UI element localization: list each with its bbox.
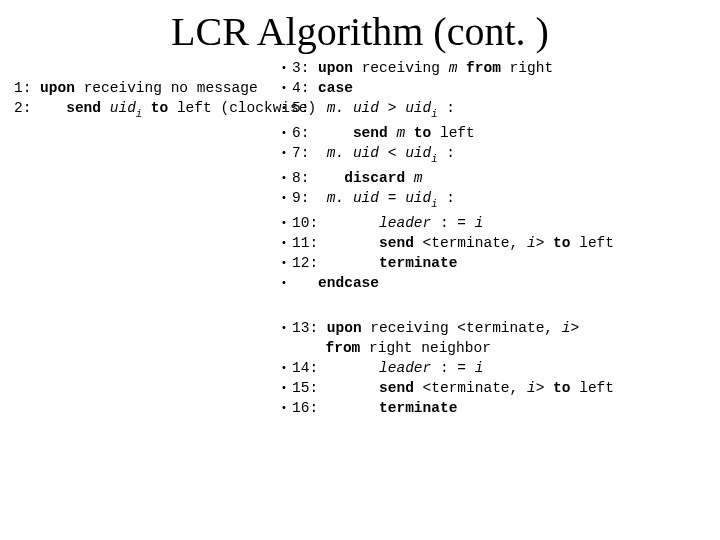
assign: : = (440, 215, 466, 231)
code-line-2: 2: send uidi to left (clockwise) (14, 98, 316, 123)
slide: LCR Algorithm (cont. ) 1: upon receiving… (0, 0, 720, 540)
kw-upon: upon (318, 60, 353, 76)
var-m: m (449, 60, 458, 76)
var-uid: uid (405, 145, 431, 161)
kw-send: send (379, 235, 414, 251)
var-i: i (475, 215, 484, 231)
kw-upon: upon (327, 320, 362, 336)
var-m: m (414, 170, 423, 186)
bullet-icon (282, 273, 292, 293)
kw-to: to (553, 380, 570, 396)
code-line-10: 10: leader : = i (282, 213, 614, 233)
left-code-block: 1: upon receiving no message 2: send uid… (14, 78, 316, 123)
bottom-code-block: 13: upon receiving <terminate, i> from r… (282, 318, 614, 418)
bullet-icon (282, 213, 292, 233)
assign: : = (440, 360, 466, 376)
var-muid: m. uid (327, 100, 379, 116)
kw-case: case (318, 80, 353, 96)
kw-send: send (353, 125, 388, 141)
line-num: 3: (292, 60, 309, 76)
code-line-3: 3: upon receiving m from right (282, 58, 614, 78)
var-leader: leader (379, 360, 431, 376)
var-m: m (396, 125, 405, 141)
bullet-icon (282, 98, 292, 118)
colon: : (446, 100, 455, 116)
sub-i: i (431, 153, 437, 165)
code-line-4: 4: case (282, 78, 614, 98)
code-line-7: 7: m. uid < uidi : (282, 143, 614, 168)
op: > (388, 100, 397, 116)
kw-terminate: terminate (379, 255, 457, 271)
bullet-icon (282, 168, 292, 188)
kw-endcase: endcase (318, 275, 379, 291)
code-line-12: 12: terminate (282, 253, 614, 273)
code-line-6: 6: send m to left (282, 123, 614, 143)
text: > (570, 320, 579, 336)
right-code-block: 3: upon receiving m from right 4: case 5… (282, 58, 614, 293)
bullet-icon (282, 398, 292, 418)
text: left (579, 235, 614, 251)
line-num: 16: (292, 400, 318, 416)
sub-i: i (136, 108, 142, 120)
var-uid: uid (110, 100, 136, 116)
line-num: 7: (292, 145, 309, 161)
text: > (536, 235, 545, 251)
code-line-14: 14: leader : = i (282, 358, 614, 378)
bullet-icon (282, 123, 292, 143)
var-i: i (527, 235, 536, 251)
kw-from: from (326, 340, 361, 356)
bullet-icon (282, 318, 292, 338)
code-line-13: 13: upon receiving <terminate, i> (282, 318, 614, 338)
bullet-icon (282, 188, 292, 208)
line-num: 9: (292, 190, 309, 206)
bullet-icon (282, 143, 292, 163)
bullet-icon (282, 253, 292, 273)
op: < (388, 145, 397, 161)
line-num: 2: (14, 100, 31, 116)
line-num: 8: (292, 170, 309, 186)
var-uid: uid (405, 100, 431, 116)
code-line-16: 16: terminate (282, 398, 614, 418)
bullet-icon (282, 358, 292, 378)
var-leader: leader (379, 215, 431, 231)
line-num: 5: (292, 100, 309, 116)
line-num: 14: (292, 360, 318, 376)
text: <terminate, (423, 380, 519, 396)
kw-discard: discard (344, 170, 405, 186)
bullet-icon (282, 78, 292, 98)
code-line-13b: from right neighbor (282, 338, 614, 358)
text: receiving no message (84, 80, 258, 96)
line-num: 10: (292, 215, 318, 231)
line-num: 13: (292, 320, 318, 336)
kw-send: send (379, 380, 414, 396)
code-line-5: 5: m. uid > uidi : (282, 98, 614, 123)
line-num: 12: (292, 255, 318, 271)
kw-upon: upon (40, 80, 75, 96)
op: = (388, 190, 397, 206)
kw-to: to (553, 235, 570, 251)
code-line-9: 9: m. uid = uidi : (282, 188, 614, 213)
line-num: 4: (292, 80, 309, 96)
code-line-end: endcase (282, 273, 614, 293)
var-i: i (527, 380, 536, 396)
code-line-15: 15: send <terminate, i> to left (282, 378, 614, 398)
bullet-icon (282, 233, 292, 253)
line-num: 6: (292, 125, 309, 141)
code-line-1: 1: upon receiving no message (14, 78, 316, 98)
var-muid: m. uid (327, 145, 379, 161)
text: <terminate, (423, 235, 519, 251)
text: receiving (362, 60, 440, 76)
var-i: i (475, 360, 484, 376)
text: left (579, 380, 614, 396)
kw-to: to (414, 125, 431, 141)
bullet-icon (282, 58, 292, 78)
sub-i: i (431, 108, 437, 120)
text: right (510, 60, 554, 76)
code-line-11: 11: send <terminate, i> to left (282, 233, 614, 253)
text: receiving <terminate, (370, 320, 553, 336)
line-num: 1: (14, 80, 31, 96)
kw-from: from (466, 60, 501, 76)
kw-terminate: terminate (379, 400, 457, 416)
text: > (536, 380, 545, 396)
var-uid: uid (405, 190, 431, 206)
